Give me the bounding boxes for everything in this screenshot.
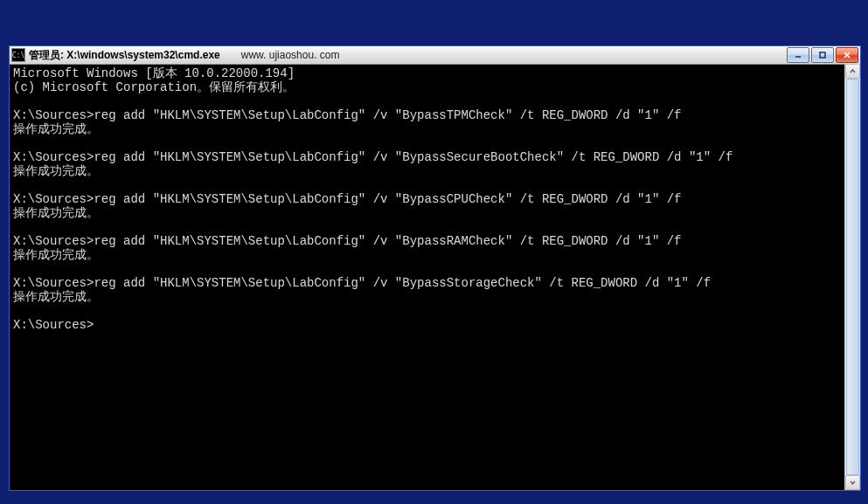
terminal-line: X:\Sources> <box>13 318 857 332</box>
terminal-line: 操作成功完成。 <box>13 290 857 304</box>
terminal-line <box>13 304 857 318</box>
terminal-line: X:\Sources>reg add "HKLM\SYSTEM\Setup\La… <box>13 150 857 164</box>
cmd-window: C:\ 管理员: X:\windows\system32\cmd.exe www… <box>9 45 861 491</box>
chevron-down-icon <box>849 479 857 487</box>
scrollbar-track[interactable] <box>845 79 860 475</box>
terminal-line: 操作成功完成。 <box>13 248 857 262</box>
title-url-caption: www. ujiaoshou. com <box>241 49 340 61</box>
terminal-line <box>13 220 857 234</box>
scroll-up-button[interactable] <box>845 64 860 79</box>
vertical-scrollbar[interactable] <box>844 64 860 490</box>
terminal-line: 操作成功完成。 <box>13 164 857 178</box>
maximize-icon <box>818 51 827 59</box>
titlebar[interactable]: C:\ 管理员: X:\windows\system32\cmd.exe www… <box>10 46 860 65</box>
minimize-button[interactable] <box>787 47 809 63</box>
terminal-line: X:\Sources>reg add "HKLM\SYSTEM\Setup\La… <box>13 192 857 206</box>
svg-rect-1 <box>820 52 825 58</box>
window-title: 管理员: X:\windows\system32\cmd.exe <box>29 48 220 63</box>
terminal-output[interactable]: Microsoft Windows [版本 10.0.22000.194](c)… <box>10 65 860 490</box>
terminal-line <box>13 136 857 150</box>
scroll-down-button[interactable] <box>845 475 860 490</box>
terminal-line <box>13 262 857 276</box>
terminal-line: X:\Sources>reg add "HKLM\SYSTEM\Setup\La… <box>13 234 857 248</box>
scrollbar-thumb[interactable] <box>846 79 859 475</box>
chevron-up-icon <box>849 67 857 75</box>
terminal-line: 操作成功完成。 <box>13 122 857 136</box>
close-button[interactable] <box>836 47 858 63</box>
terminal-line <box>13 178 857 192</box>
close-icon <box>843 51 851 59</box>
maximize-button[interactable] <box>811 47 834 63</box>
cmd-icon: C:\ <box>11 48 25 62</box>
terminal-line: 操作成功完成。 <box>13 206 857 220</box>
terminal-line: Microsoft Windows [版本 10.0.22000.194] <box>13 66 857 80</box>
minimize-icon <box>794 51 802 59</box>
terminal-line: X:\Sources>reg add "HKLM\SYSTEM\Setup\La… <box>13 108 857 122</box>
terminal-line <box>13 94 857 108</box>
terminal-line: (c) Microsoft Corporation。保留所有权利。 <box>13 80 857 94</box>
caption-buttons <box>787 47 858 63</box>
terminal-line: X:\Sources>reg add "HKLM\SYSTEM\Setup\La… <box>13 276 857 290</box>
